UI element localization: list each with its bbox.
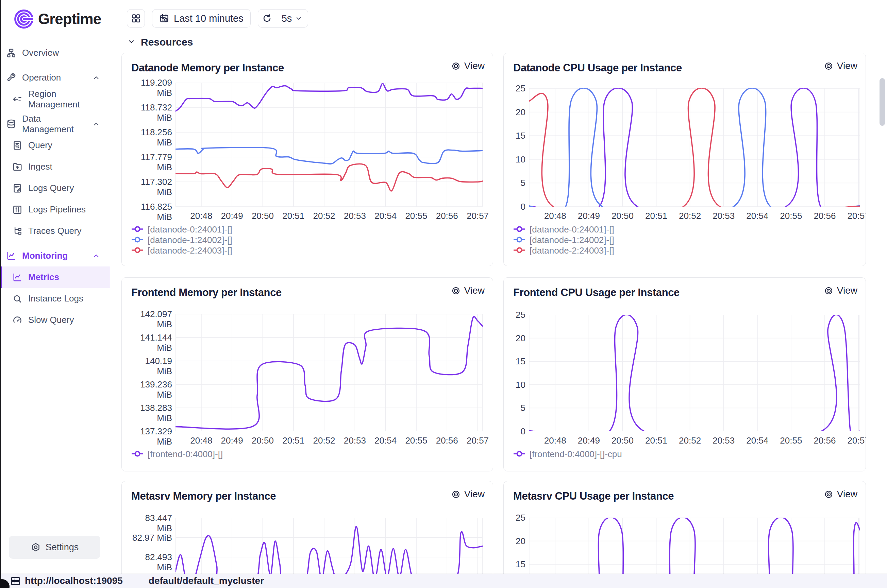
legend-marker-icon xyxy=(513,246,525,256)
chart-area: 119.209 MiB118.732 MiB118.256 MiB117.779… xyxy=(131,82,485,258)
chart-title: Metasrv CPU Usage per Instance xyxy=(513,490,674,502)
legend-label: [datanode-2:24003]-[] xyxy=(529,245,614,256)
view-button[interactable]: View xyxy=(824,488,857,500)
legend-item[interactable]: [frontend-0:4000]-[] xyxy=(131,449,223,459)
legend-item[interactable]: [frontend-0:4000]-[]-cpu xyxy=(513,449,622,459)
legend-item[interactable]: [datanode-1:24002]-[] xyxy=(513,235,614,245)
x-axis-tick-label: 20:49 xyxy=(216,211,247,221)
legend-label: [frontend-0:4000]-[] xyxy=(147,449,223,459)
view-icon xyxy=(824,286,833,296)
cluster-name: default/default_mycluster xyxy=(149,575,264,586)
legend-marker-icon xyxy=(513,225,525,234)
sidebar-item-operation[interactable]: Operation xyxy=(0,67,110,88)
view-button[interactable]: View xyxy=(824,60,857,72)
y-axis-tick-label: 5 xyxy=(513,403,525,413)
sidebar-item-instance-logs[interactable]: Instance Logs xyxy=(0,288,110,309)
card-header: Metasrv Memory per InstanceView xyxy=(131,488,485,502)
refresh-interval-select[interactable]: 5s xyxy=(276,9,308,27)
series-line xyxy=(529,315,860,431)
view-button[interactable]: View xyxy=(451,285,485,297)
sidebar-item-region-management[interactable]: Region Management xyxy=(0,88,110,110)
series-line xyxy=(176,317,483,429)
card-header: Metasrv CPU Usage per InstanceView xyxy=(513,488,857,502)
legend-item[interactable]: [datanode-0:24001]-[] xyxy=(131,224,232,235)
sidebar-item-metrics[interactable]: Metrics xyxy=(0,267,110,288)
plot-canvas[interactable] xyxy=(529,88,860,207)
tree-icon xyxy=(12,226,23,236)
x-axis-tick-label: 20:50 xyxy=(247,435,278,446)
chart-title: Frontend Memory per Instance xyxy=(131,286,282,299)
vertical-scrollbar[interactable] xyxy=(879,78,885,126)
legend-item[interactable]: [datanode-2:24003]-[] xyxy=(131,245,232,256)
sidebar-item-traces-query[interactable]: Traces Query xyxy=(0,220,110,242)
plot-canvas[interactable] xyxy=(529,315,860,431)
view-button[interactable]: View xyxy=(451,488,485,500)
sidebar-item-label: Traces Query xyxy=(28,226,82,236)
y-axis-tick-label: 25 xyxy=(513,83,525,93)
legend-item[interactable]: [datanode-2:24003]-[] xyxy=(513,245,614,256)
x-axis-tick-label: 20:57 xyxy=(843,435,866,446)
refresh-group: 5s xyxy=(258,9,308,27)
calendar-clock-icon xyxy=(159,13,169,24)
logo-text: Greptime xyxy=(38,10,101,27)
x-axis-tick-label: 20:54 xyxy=(742,211,773,221)
sidebar: Greptime OverviewOperationRegion Managem… xyxy=(0,0,110,588)
sidebar-item-monitoring[interactable]: Monitoring xyxy=(0,245,110,267)
y-axis-tick-label: 142.097 MiB xyxy=(131,309,172,329)
x-axis-tick-label: 20:53 xyxy=(708,435,739,446)
legend-marker-icon xyxy=(131,450,144,459)
x-axis-tick-label: 20:54 xyxy=(370,211,401,221)
x-axis-tick-label: 20:48 xyxy=(540,435,570,446)
time-range-button[interactable]: Last 10 minutes xyxy=(152,9,251,27)
y-axis-tick-label: 117.302 MiB xyxy=(131,177,172,197)
resources-section-toggle[interactable]: Resources xyxy=(127,36,887,48)
legend-marker-icon xyxy=(131,225,144,234)
refresh-icon xyxy=(262,13,272,24)
x-axis-tick-label: 20:49 xyxy=(573,211,604,221)
series-line xyxy=(529,88,860,207)
y-axis-tick-label: 20 xyxy=(513,536,525,546)
greptime-logo-icon xyxy=(13,8,35,30)
y-axis-tick-label: 10 xyxy=(513,380,525,390)
doc-search-icon xyxy=(12,140,23,151)
view-button[interactable]: View xyxy=(824,285,857,297)
view-icon xyxy=(824,62,833,71)
view-button[interactable]: View xyxy=(451,60,485,72)
x-axis-tick-label: 20:48 xyxy=(186,211,216,221)
plot-canvas[interactable] xyxy=(176,82,483,207)
sidebar-item-logs-query[interactable]: Logs Query xyxy=(0,177,110,199)
connection-url: http://localhost:19095 xyxy=(25,575,123,586)
sidebar-item-label: Ingest xyxy=(28,162,53,172)
sidebar-item-logs-pipelines[interactable]: Logs Pipelines xyxy=(0,199,110,220)
y-axis-tick-label: 140.19 MiB xyxy=(131,356,172,376)
x-axis-tick-label: 20:55 xyxy=(401,211,431,221)
sidebar-item-label: Slow Query xyxy=(28,315,74,325)
legend-item[interactable]: [datanode-0:24001]-[] xyxy=(513,224,614,235)
x-axis-tick-label: 20:56 xyxy=(431,211,462,221)
sidebar-item-query[interactable]: Query xyxy=(0,135,110,156)
plot-canvas[interactable] xyxy=(176,314,483,431)
chevron-up-icon xyxy=(92,252,100,260)
sidebar-item-overview[interactable]: Overview xyxy=(0,42,110,63)
layout-grid-button[interactable] xyxy=(127,9,145,27)
view-label: View xyxy=(837,60,857,71)
folder-in-icon xyxy=(12,162,23,172)
main-content: Last 10 minutes 5s Resources Datanode Me… xyxy=(110,0,887,588)
sidebar-item-ingest[interactable]: Ingest xyxy=(0,156,110,177)
chevron-down-icon xyxy=(127,38,136,47)
sidebar-item-data-management[interactable]: Data Management xyxy=(0,113,110,135)
x-axis-tick-label: 20:55 xyxy=(401,435,431,446)
sidebar-item-label: Query xyxy=(28,140,53,151)
chevron-up-icon xyxy=(92,74,100,82)
x-axis-tick-label: 20:52 xyxy=(309,211,340,221)
legend-marker-icon xyxy=(131,236,144,245)
x-axis-tick-label: 20:51 xyxy=(278,211,309,221)
sidebar-item-label: Operation xyxy=(22,72,61,83)
settings-button[interactable]: Settings xyxy=(9,536,100,559)
legend-item[interactable]: [datanode-1:24002]-[] xyxy=(131,235,232,245)
sidebar-item-slow-query[interactable]: Slow Query xyxy=(0,309,110,331)
logo[interactable]: Greptime xyxy=(0,0,110,33)
y-axis-tick-label: 15 xyxy=(513,130,525,141)
refresh-button[interactable] xyxy=(258,9,276,27)
y-axis-tick-label: 5 xyxy=(513,178,525,188)
